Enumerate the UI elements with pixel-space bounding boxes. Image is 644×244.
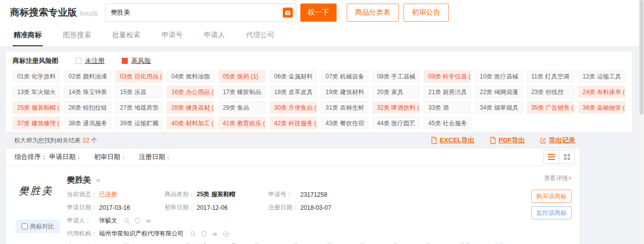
class-cell[interactable]: 12类 运输工具 <box>578 70 625 83</box>
crown-icon[interactable] <box>211 230 218 237</box>
class-cell[interactable]: 08类 手工器械 <box>372 70 420 83</box>
target-icon[interactable] <box>222 230 229 237</box>
class-cell[interactable]: 31类 农林生鲜 <box>321 101 368 114</box>
risk-map-title: 商标注册风险图 <box>13 56 58 65</box>
result-count-suffix: 个 <box>91 136 97 145</box>
class-cell[interactable]: 25类 服装鞋帽 (4) <box>13 101 60 114</box>
class-cell[interactable]: 01类 化学原料 <box>13 70 60 83</box>
class-cell[interactable]: 33类 酒 <box>424 101 471 114</box>
class-cell[interactable]: 27类 地毯席垫 <box>115 101 163 114</box>
first-trial-date-value: 2017-12-06 <box>197 204 227 211</box>
export-record-link[interactable]: 导出记录 <box>540 136 575 145</box>
class-cell[interactable]: 45类 社会服务 <box>424 117 471 129</box>
class-cell[interactable]: 16类 办公用品 (1) <box>167 86 214 98</box>
class-cell[interactable]: 15类 乐器 <box>115 86 163 98</box>
pdf-export-link[interactable]: PDF导出 <box>490 136 525 145</box>
class-cell[interactable]: 17类 橡胶制品 <box>218 86 266 98</box>
shield-icon[interactable] <box>134 217 141 224</box>
unregistered-swatch-icon <box>75 58 82 64</box>
class-cell[interactable]: 42类 科技服务 (1) <box>270 117 317 129</box>
class-cell[interactable]: 34类 烟草烟具 <box>475 101 522 114</box>
tab-applicant[interactable]: 申请人 <box>203 31 226 46</box>
tab-batch-search[interactable]: 批量检索 <box>111 31 141 46</box>
class-cell[interactable]: 36类 金融物管 (1) <box>578 101 625 114</box>
file-icon <box>490 137 496 144</box>
class-cell[interactable]: 18类 皮革皮具 <box>270 86 317 98</box>
magnifier-icon[interactable] <box>123 217 130 224</box>
register-date-value: 2018-03-07 <box>300 204 331 211</box>
class-cell[interactable]: 20类 家具 <box>372 86 420 98</box>
monitor-trademark-button[interactable]: 监控该商标 <box>531 206 572 219</box>
class-cell[interactable]: 43类 餐饮住宿 <box>321 117 368 129</box>
magnifier-icon[interactable] <box>190 230 197 237</box>
class-cell[interactable]: 05类 医药 (1) <box>218 70 266 83</box>
tab-application-number[interactable]: 申请号 <box>160 31 184 46</box>
search-button[interactable]: 权一下 <box>300 4 337 22</box>
class-cell[interactable]: 28类 健身器材 (1) <box>167 101 214 114</box>
class-cell[interactable]: 38类 通讯服务 <box>64 117 111 129</box>
excel-export-link[interactable]: EXCEL导出 <box>431 136 474 145</box>
applicant-label: 申请人： <box>67 216 99 225</box>
camera-icon[interactable] <box>283 8 293 18</box>
status-value: 已注册 <box>99 190 117 199</box>
class-cell[interactable]: 07类 机械设备 <box>321 70 368 83</box>
goods-classification-button[interactable]: 商品分类表 <box>347 4 399 22</box>
result-count: 22 <box>83 137 89 144</box>
tab-image-search[interactable]: 图形搜索 <box>62 31 92 46</box>
search-input[interactable] <box>105 4 296 22</box>
class-cell[interactable]: 40类 材料加工 (1) <box>167 117 214 129</box>
trademark-image[interactable]: 樊胜美 <box>16 184 60 198</box>
tab-precise-trademark[interactable]: 精准商标 <box>13 31 43 46</box>
tab-bar: 精准商标 图形搜索 批量检索 申请号 申请人 代理公司 <box>0 25 644 47</box>
down-arrow-icon <box>167 153 170 160</box>
class-cell[interactable]: 11类 灯具空调 <box>527 70 574 83</box>
class-cell[interactable]: 13类 军火烟火 <box>13 86 60 98</box>
grid-view-icon[interactable] <box>559 150 574 164</box>
compare-checkbox-input[interactable] <box>22 223 28 229</box>
class-cell[interactable]: 02类 颜料油漆 <box>64 70 111 83</box>
shield-icon[interactable] <box>201 230 207 237</box>
class-cell[interactable]: 21类 厨房洁具 <box>424 86 471 98</box>
tab-agency[interactable]: 代理公司 <box>245 31 275 46</box>
search-box <box>105 4 296 22</box>
crown-icon[interactable] <box>145 217 152 224</box>
class-cell[interactable]: 04类 燃料油脂 <box>167 70 214 83</box>
class-cell[interactable]: 26类 钮扣拉链 <box>64 101 111 114</box>
view-detail-link[interactable]: 查看详情> <box>544 174 572 183</box>
class-cell[interactable]: 06类 金属材料 <box>270 70 317 83</box>
class-cell[interactable]: 23类 纱线丝 <box>527 86 574 98</box>
class-cell[interactable]: 19类 建筑材料 <box>321 86 368 98</box>
class-cell[interactable]: 37类 建筑修理 (1) <box>13 117 60 129</box>
application-number-label: 申请号： <box>268 190 300 199</box>
scrollbar-thumb[interactable] <box>639 0 643 115</box>
legend-high-risk[interactable]: 高风险 <box>122 56 151 65</box>
compare-checkbox[interactable]: 商标对比 <box>16 220 60 233</box>
sort-first-trial-date[interactable]: 初审日期 <box>94 152 125 161</box>
class-cell[interactable]: 14类 珠宝钟表 <box>64 86 111 98</box>
class-cell[interactable]: 35类 广告销售 (2) <box>527 101 574 114</box>
sort-apply-date[interactable]: 申请日期 <box>49 152 80 161</box>
class-cell[interactable]: 32类 啤酒饮料 (2) <box>372 101 420 114</box>
sort-bar: 综合排序： 申请日期 初审日期 注册日期 <box>6 148 580 166</box>
class-cell[interactable]: 03类 日化用品 (3) <box>115 70 163 83</box>
category-value: 25类 服装鞋帽 <box>197 190 235 199</box>
sort-register-date[interactable]: 注册日期 <box>139 152 170 161</box>
class-cell[interactable]: 39类 运输贮藏 <box>115 117 163 129</box>
class-cell[interactable]: 22类 绳网袋蓬 <box>475 86 522 98</box>
class-cell[interactable]: 29类 食品 <box>218 101 266 114</box>
class-cell[interactable]: 09类 科学仪器 (1) <box>424 70 471 83</box>
class-cell[interactable]: 44类 医疗园艺 <box>372 117 420 129</box>
legend-unregistered[interactable]: 未注册 <box>75 56 105 65</box>
class-cell[interactable]: 24类 布料床单 (1) <box>578 86 625 98</box>
list-view-icon[interactable] <box>544 150 559 164</box>
buy-trademark-button[interactable]: 购买该商标 <box>531 190 572 203</box>
top-bar: 商标搜索专业版 Beta版 权一下 商品分类表 初审公告 <box>0 0 644 25</box>
preliminary-gazette-button[interactable]: 初审公告 <box>404 4 449 22</box>
class-cell[interactable]: 10类 医疗器械 <box>475 70 522 83</box>
scrollbar-track[interactable] <box>639 0 644 244</box>
voice-icon[interactable] <box>95 177 103 184</box>
class-cell[interactable]: 41类 教育娱乐 (1) <box>218 117 266 129</box>
down-arrow-icon <box>122 153 125 160</box>
trademark-name[interactable]: 樊胜美 <box>67 175 91 186</box>
class-cell[interactable]: 30类 方便食品 (1) <box>270 101 317 114</box>
